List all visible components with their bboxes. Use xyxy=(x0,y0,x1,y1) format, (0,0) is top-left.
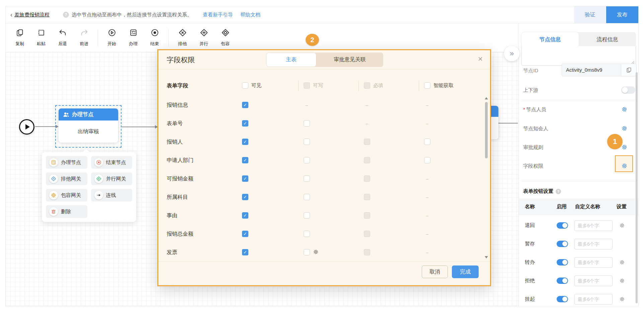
copy-node-id-button[interactable] xyxy=(621,64,636,76)
validate-button[interactable]: 验证 xyxy=(574,6,606,23)
visible-checkbox[interactable] xyxy=(242,212,248,219)
start-icon xyxy=(108,28,116,38)
modal-scrollbar[interactable] xyxy=(484,97,488,258)
tab-node-info[interactable]: 节点信息 xyxy=(521,32,579,47)
settings-gear-icon[interactable] xyxy=(619,278,625,284)
writable-checkbox[interactable] xyxy=(304,249,310,255)
custom-name-input[interactable] xyxy=(574,220,613,231)
newbie-guide-link[interactable]: 查看新手引导 xyxy=(203,12,233,18)
collapse-panel-button[interactable]: » xyxy=(504,46,519,61)
updown-toggle[interactable] xyxy=(621,86,635,94)
panel-tab-bar: 节点信息 流程信息 xyxy=(521,32,636,47)
toolbar-separator xyxy=(168,29,169,47)
writable-checkbox[interactable] xyxy=(304,139,310,145)
menu-item-exclusive-gateway[interactable]: 排他网关 xyxy=(46,172,87,185)
approval-rules-label: 审批规则 xyxy=(523,144,543,151)
scroll-down-icon[interactable] xyxy=(485,256,488,258)
settings-gear-icon[interactable] xyxy=(619,296,625,302)
toolbar-parallel-gateway[interactable]: 并行 xyxy=(193,28,215,47)
select-all-required-checkbox xyxy=(364,82,370,89)
table-row: 可报销金额 xyxy=(158,169,481,188)
settings-gear-icon[interactable] xyxy=(619,223,625,228)
people-icon xyxy=(63,111,70,118)
modal-tab-switch: 主表 审批意见关联 xyxy=(266,53,383,67)
custom-name-input[interactable] xyxy=(574,257,613,268)
select-all-smart-checkbox[interactable] xyxy=(424,82,430,89)
visible-checkbox[interactable] xyxy=(242,157,248,163)
enable-toggle[interactable] xyxy=(557,222,568,229)
enable-toggle[interactable] xyxy=(557,241,568,247)
close-icon[interactable]: × xyxy=(478,55,483,63)
custom-name-input[interactable] xyxy=(574,294,613,305)
toolbar-exclusive-gateway[interactable]: 排他 xyxy=(172,28,193,47)
inclusive-gateway-icon xyxy=(49,191,58,200)
table-row: 事由 xyxy=(158,206,481,225)
toolbar-end-node[interactable]: 结束 xyxy=(144,28,165,47)
toolbar-paste[interactable]: 粘贴 xyxy=(30,28,52,47)
menu-item-task-node[interactable]: 办理节点 xyxy=(46,156,87,169)
writable-checkbox[interactable] xyxy=(304,175,310,182)
start-node[interactable] xyxy=(19,119,34,135)
visible-checkbox[interactable] xyxy=(242,249,248,255)
visible-checkbox[interactable] xyxy=(242,102,248,108)
toolbar-start-node[interactable]: 开始 xyxy=(101,28,123,47)
approval-rules-gear-icon[interactable] xyxy=(621,144,628,150)
node-notify-gear-icon[interactable] xyxy=(621,125,628,132)
task-node-type-label: 办理节点 xyxy=(72,111,93,118)
custom-name-input[interactable] xyxy=(574,276,613,286)
task-node[interactable]: 办理节点 出纳审核 xyxy=(59,108,118,143)
field-permission-label: 字段权限 xyxy=(523,163,543,169)
settings-gear-icon[interactable] xyxy=(619,259,625,265)
visible-checkbox[interactable] xyxy=(242,231,248,237)
scroll-up-icon[interactable] xyxy=(485,97,488,99)
menu-item-end-node[interactable]: 结束节点 xyxy=(91,156,133,169)
menu-item-delete[interactable]: 删除 xyxy=(46,205,87,218)
toolbar-undo[interactable]: 后退 xyxy=(52,28,73,47)
toolbar-redo[interactable]: 前进 xyxy=(73,28,95,47)
enable-toggle[interactable] xyxy=(557,259,568,265)
visible-checkbox[interactable] xyxy=(242,120,248,127)
writable-checkbox[interactable] xyxy=(304,231,310,237)
toolbar-copy[interactable]: 复制 xyxy=(9,28,30,47)
required-checkbox xyxy=(364,120,370,127)
toolbar-inclusive-gateway[interactable]: 包容 xyxy=(215,28,236,47)
tab-approval-comment-link[interactable]: 审批意见关联 xyxy=(316,53,383,67)
menu-item-connector[interactable]: 连线 xyxy=(91,189,133,202)
tab-flow-info[interactable]: 流程信息 xyxy=(579,32,636,47)
toolbar-task-node[interactable]: 办理 xyxy=(123,28,144,47)
select-all-visible-checkbox[interactable] xyxy=(242,82,248,89)
enable-toggle[interactable] xyxy=(557,296,568,302)
help-docs-link[interactable]: 帮助文档 xyxy=(240,12,260,18)
back-link[interactable]: ‹ 差旅费报销流程 xyxy=(10,11,50,18)
visible-checkbox[interactable] xyxy=(242,139,248,145)
flow-edge xyxy=(35,126,58,127)
writable-checkbox[interactable] xyxy=(304,120,310,127)
step-badge-1: 1 xyxy=(607,134,623,149)
publish-button[interactable]: 发布 xyxy=(606,6,638,23)
visible-checkbox[interactable] xyxy=(242,194,248,200)
writable-checkbox[interactable] xyxy=(304,194,310,200)
help-circle-icon: ? xyxy=(556,189,561,194)
menu-item-inclusive-gateway[interactable]: 包容网关 xyxy=(46,189,87,202)
menu-item-parallel-gateway[interactable]: 并行网关 xyxy=(91,172,133,185)
writable-checkbox[interactable] xyxy=(304,212,310,219)
tab-main-table[interactable]: 主表 xyxy=(266,53,316,67)
node-members-gear-icon[interactable] xyxy=(621,106,628,112)
writable-checkbox[interactable] xyxy=(304,157,310,163)
enable-toggle[interactable] xyxy=(557,278,568,284)
field-permission-gear-icon[interactable] xyxy=(621,163,628,169)
node-settings-panel: 节点信息 流程信息 节点ID Activity_0ms8v9 上下游 *节点人员… xyxy=(518,23,638,306)
writable-settings-gear-icon[interactable] xyxy=(313,249,319,255)
modal-scrollbar-thumb[interactable] xyxy=(485,102,488,158)
panel-scrollbar-thumb[interactable] xyxy=(636,72,638,303)
smart-fetch-checkbox[interactable] xyxy=(424,139,430,145)
confirm-button[interactable]: 完成 xyxy=(452,265,479,278)
task-icon xyxy=(129,28,138,38)
cancel-button[interactable]: 取消 xyxy=(422,265,448,278)
custom-name-input[interactable] xyxy=(574,239,613,249)
form-buttons-header: 名称 启用 自定义名称 设置 xyxy=(519,199,638,215)
smart-fetch-checkbox[interactable] xyxy=(424,157,430,163)
node-description-textarea[interactable] xyxy=(521,46,636,66)
context-menu-caret xyxy=(82,148,90,152)
visible-checkbox[interactable] xyxy=(242,175,248,182)
